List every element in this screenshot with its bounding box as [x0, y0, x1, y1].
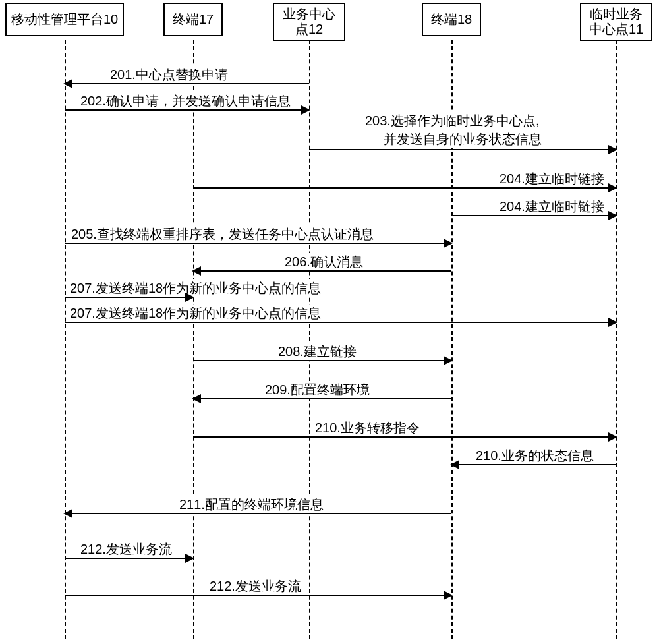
lifeline-t17 — [193, 40, 194, 639]
msg-201-arrow — [65, 83, 309, 84]
participant-label: 移动性管理平台10 — [11, 12, 118, 26]
lifeline-sc12 — [309, 40, 310, 639]
participant-t18: 终端18 — [422, 3, 481, 36]
participant-label: 点12 — [295, 22, 323, 36]
msg-206-label: 206.确认消息 — [283, 253, 364, 271]
msg-207b-arrow — [65, 322, 616, 323]
msg-204b-arrow — [451, 215, 616, 216]
msg-203-label-l1: 203.选择作为临时业务中心点, — [364, 112, 540, 130]
lifeline-tmp11 — [616, 40, 617, 639]
msg-209-label: 209.配置终端环境 — [264, 381, 371, 399]
msg-212b-arrow — [65, 595, 451, 596]
participant-label: 中心点11 — [589, 22, 643, 36]
msg-208-arrow — [193, 360, 451, 361]
participant-sc12: 业务中心 点12 — [273, 3, 345, 41]
msg-203-arrow — [309, 149, 616, 150]
msg-210b-arrow — [451, 464, 616, 465]
msg-202-label: 202.确认申请，并发送确认申请信息 — [79, 92, 292, 110]
msg-203-label-l2: 并发送自身的业务状态信息 — [382, 131, 543, 148]
msg-208-label: 208.建立链接 — [277, 343, 358, 361]
participant-mmp: 移动性管理平台10 — [5, 3, 124, 36]
participant-label: 终端18 — [431, 12, 472, 26]
msg-212a-arrow — [65, 558, 193, 559]
participant-tmp11: 临时业务 中心点11 — [580, 3, 652, 41]
msg-204a-label: 204.建立临时链接 — [498, 170, 606, 188]
msg-207a-label: 207.发送终端18作为新的业务中心点的信息 — [69, 279, 322, 297]
msg-201-label: 201.中心点替换申请 — [109, 66, 229, 84]
participant-label: 临时业务 — [590, 7, 643, 21]
participant-label: 业务中心 — [283, 7, 335, 21]
lifeline-mmp — [65, 40, 66, 639]
participant-label: 终端17 — [173, 12, 214, 26]
msg-205-label: 205.查找终端权重排序表，发送任务中心点认证消息 — [70, 225, 375, 243]
msg-211-label: 211.配置的终端环境信息 — [178, 496, 325, 513]
msg-205-arrow — [65, 243, 451, 244]
msg-204b-label: 204.建立临时链接 — [498, 198, 606, 216]
msg-209-arrow — [193, 398, 451, 399]
sequence-diagram: 移动性管理平台10 终端17 业务中心 点12 终端18 临时业务 中心点11 … — [0, 0, 659, 644]
msg-212a-label: 212.发送业务流 — [79, 541, 173, 558]
participant-t17: 终端17 — [163, 3, 223, 36]
msg-204a-arrow — [193, 187, 616, 189]
msg-210a-label: 210.业务转移指令 — [314, 419, 421, 437]
msg-210b-label: 210.业务的状态信息 — [474, 447, 595, 465]
msg-210a-arrow — [193, 436, 616, 438]
msg-202-arrow — [65, 109, 309, 111]
msg-207a-arrow — [65, 297, 193, 298]
msg-207b-label: 207.发送终端18作为新的业务中心点的信息 — [69, 305, 322, 322]
msg-212b-label: 212.发送业务流 — [208, 577, 302, 595]
msg-206-arrow — [193, 270, 451, 272]
msg-211-arrow — [65, 513, 451, 514]
